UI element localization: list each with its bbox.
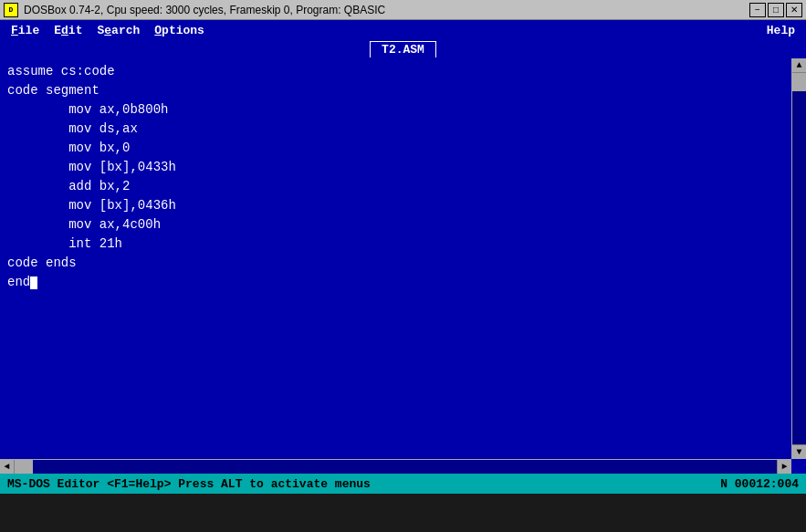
scroll-down-button[interactable]: ▼ bbox=[792, 444, 807, 459]
tab-bar: T2.ASM bbox=[0, 40, 806, 58]
menu-edit[interactable]: Edit bbox=[47, 22, 89, 39]
scroll-h-thumb[interactable] bbox=[15, 460, 33, 475]
status-bar: MS-DOS Editor <F1=Help> Press ALT to act… bbox=[0, 474, 806, 494]
editor-content[interactable]: assume cs:code code segment mov ax,0b800… bbox=[0, 58, 791, 459]
title-text: DOSBox 0.74-2, Cpu speed: 3000 cycles, F… bbox=[24, 4, 744, 16]
scroll-v-track[interactable] bbox=[792, 73, 807, 444]
editor-container: assume cs:code code segment mov ax,0b800… bbox=[0, 58, 806, 474]
menu-options[interactable]: Options bbox=[147, 22, 212, 39]
maximize-button[interactable]: □ bbox=[768, 3, 784, 17]
scroll-right-button[interactable]: ► bbox=[777, 460, 791, 475]
scroll-h-track[interactable] bbox=[15, 460, 777, 475]
scroll-up-button[interactable]: ▲ bbox=[792, 58, 807, 73]
vertical-scrollbar: ▲ ▼ bbox=[791, 58, 806, 459]
minimize-button[interactable]: − bbox=[749, 3, 766, 17]
menu-help[interactable]: Help bbox=[759, 22, 802, 39]
menu-bar: File Edit Search Options Help bbox=[0, 20, 806, 40]
status-left: MS-DOS Editor <F1=Help> Press ALT to act… bbox=[7, 477, 720, 491]
dosbox-icon: D bbox=[4, 3, 18, 17]
horizontal-scrollbar: ◄ ► bbox=[0, 459, 791, 474]
scroll-v-thumb[interactable] bbox=[792, 73, 807, 91]
scrollbar-corner bbox=[791, 459, 806, 474]
window-controls: − □ ✕ bbox=[749, 3, 802, 17]
close-button[interactable]: ✕ bbox=[786, 3, 802, 17]
menu-search[interactable]: Search bbox=[89, 22, 147, 39]
status-right: N 00012:004 bbox=[720, 477, 799, 491]
menu-file[interactable]: File bbox=[4, 22, 47, 39]
title-bar: D DOSBox 0.74-2, Cpu speed: 3000 cycles,… bbox=[0, 0, 806, 20]
scroll-left-button[interactable]: ◄ bbox=[0, 460, 15, 475]
file-tab[interactable]: T2.ASM bbox=[370, 41, 436, 57]
